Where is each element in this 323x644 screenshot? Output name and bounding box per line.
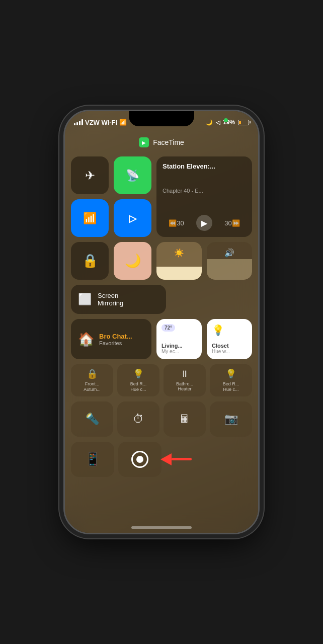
calculator-button[interactable]: 🖩	[164, 401, 206, 437]
battery-indicator	[238, 120, 249, 125]
status-left: VZW Wi-Fi 📶	[74, 119, 127, 126]
remote-button[interactable]: 📱	[71, 442, 114, 477]
camera-icon: 📷	[224, 413, 238, 426]
timer-icon: ⏱	[133, 413, 144, 426]
living-room-sub: My ec...	[162, 349, 197, 354]
bluetooth-button[interactable]: ▷	[114, 199, 151, 237]
living-room-button[interactable]: 72° Living... My ec...	[156, 319, 202, 359]
moon-icon: 🌙	[206, 119, 213, 126]
play-button[interactable]: ▶	[196, 215, 212, 231]
home-section: 🏠 Bro Chat... Favorites 72° Living... My…	[71, 319, 252, 359]
moon-icon: 🌙	[125, 253, 141, 269]
bed-room-hue1-name: Bed R...	[130, 381, 147, 387]
notch	[129, 111, 194, 126]
volume-icon: 🔊	[224, 248, 234, 258]
home-title: Bro Chat...	[99, 333, 132, 340]
facetime-banner[interactable]: ▶ FaceTime	[139, 137, 184, 147]
play-icon: ▶	[201, 218, 207, 228]
bathroom-heater-info: Bathro... Heater	[176, 381, 193, 392]
bulb-icon: 💡	[212, 324, 247, 336]
brightness-slider[interactable]: ☀️	[156, 242, 202, 280]
calculator-icon: 🖩	[179, 413, 190, 426]
rewind-icon: ⏪30	[169, 219, 184, 227]
tools-row: 🔦 ⏱ 🖩 📷	[71, 401, 252, 437]
volume-slider[interactable]: 🔊	[207, 242, 252, 280]
rotation-lock-button[interactable]: 🔒	[71, 242, 109, 280]
bathroom-heater-sub: Heater	[176, 386, 193, 392]
flashlight-icon: 🔦	[86, 413, 99, 426]
empty-placeholder	[171, 285, 252, 314]
phone-frame: VZW Wi-Fi 📶 🌙 ◁ 19% ▶ FaceTime	[63, 110, 260, 534]
facetime-label: FaceTime	[153, 138, 184, 146]
bathroom-heater-button[interactable]: ⏸ Bathro... Heater	[164, 364, 206, 396]
closet-hue-info: Closet Hue w...	[212, 343, 247, 354]
screen-mirroring-row: ⬜ ScreenMirroring	[71, 285, 252, 314]
last-row: 📱	[71, 442, 252, 477]
control-center-content: ✈ 📡 📶 ▷ Station Eleven:... Chapter 40 -	[71, 156, 252, 523]
bed-room-hue2-info: Bed R... Hue c...	[223, 381, 239, 392]
facetime-icon: ▶	[139, 137, 149, 147]
home-favorites-button[interactable]: 🏠 Bro Chat... Favorites	[71, 319, 151, 359]
wifi-button[interactable]: 📶	[71, 199, 109, 237]
home-indicator[interactable]	[131, 526, 192, 529]
media-controls: ⏪30 ▶ 30⏩	[163, 215, 246, 231]
location-icon: ◁	[216, 119, 220, 126]
camera-button[interactable]: 📷	[210, 401, 252, 437]
screen-record-button[interactable]	[118, 442, 162, 477]
bed-room-hue2-sub: Hue c...	[223, 387, 239, 392]
second-row: 🔒 🌙 ☀️ 🔊	[71, 242, 252, 280]
closet-hue-sub: Hue w...	[212, 349, 247, 354]
flashlight-button[interactable]: 🔦	[71, 401, 113, 437]
lock-icon: 🔒	[87, 368, 98, 379]
airplane-mode-button[interactable]: ✈	[71, 156, 109, 194]
bed-room-hue2-name: Bed R...	[223, 381, 239, 387]
bed-room-hue1-sub: Hue c...	[130, 387, 147, 392]
carrier-label: VZW Wi-Fi	[85, 119, 117, 126]
media-subtitle: Chapter 40 - E...	[163, 188, 246, 194]
connectivity-grid: ✈ 📡 📶 ▷	[71, 156, 151, 237]
small-accessories-row: 🔒 Front... Autum... 💡 Bed R... Hue c... …	[71, 364, 252, 396]
media-player[interactable]: Station Eleven:... Chapter 40 - E... ⏪30…	[156, 156, 252, 237]
empty-space	[166, 442, 252, 477]
fastforward-button[interactable]: 30⏩	[224, 219, 239, 227]
living-room-name: Living...	[162, 343, 197, 349]
signal-bars	[74, 119, 83, 125]
living-room-info: Living... My ec...	[162, 343, 197, 354]
remote-icon: 📱	[85, 451, 101, 467]
screen-mirroring-button[interactable]: ⬜ ScreenMirroring	[71, 285, 166, 314]
wifi-indicator: 📶	[119, 119, 127, 126]
home-text: Bro Chat... Favorites	[99, 333, 132, 346]
screen-mirroring-icon: ⬜	[78, 293, 92, 306]
bluetooth-icon: ▷	[129, 212, 136, 224]
closet-hue-button[interactable]: 💡 Closet Hue w...	[207, 319, 252, 359]
home-icon: 🏠	[78, 332, 94, 347]
sliders-group: ☀️ 🔊	[156, 242, 252, 280]
bed-room-hue1-button[interactable]: 💡 Bed R... Hue c...	[117, 364, 159, 396]
front-door-name: Front...	[84, 381, 101, 387]
top-section: ✈ 📡 📶 ▷ Station Eleven:... Chapter 40 -	[71, 156, 252, 237]
cellular-button[interactable]: 📡	[114, 156, 151, 194]
thermostat-temp: 72°	[162, 324, 175, 332]
front-door-button[interactable]: 🔒 Front... Autum...	[71, 364, 113, 396]
bed-bulb-icon2: 💡	[225, 368, 236, 379]
bed-room-hue1-info: Bed R... Hue c...	[130, 381, 147, 392]
bed-bulb-icon1: 💡	[133, 368, 144, 379]
wifi-icon: 📶	[83, 212, 97, 225]
rewind-button[interactable]: ⏪30	[169, 219, 184, 227]
screen-mirroring-label: ScreenMirroring	[98, 292, 123, 307]
closet-hue-name: Closet	[212, 343, 247, 349]
cellular-icon: 📡	[126, 169, 139, 182]
bathroom-heater-name: Bathro...	[176, 381, 193, 387]
brightness-icon: ☀️	[174, 248, 184, 258]
do-not-disturb-button[interactable]: 🌙	[114, 242, 151, 280]
green-dot-indicator	[224, 118, 228, 122]
bed-room-hue2-button[interactable]: 💡 Bed R... Hue c...	[210, 364, 252, 396]
rotation-lock-icon: 🔒	[82, 253, 98, 269]
fastforward-icon: 30⏩	[224, 219, 239, 227]
timer-button[interactable]: ⏱	[117, 401, 159, 437]
home-subtitle: Favorites	[99, 340, 132, 346]
media-title: Station Eleven:...	[163, 163, 246, 170]
heater-icon: ⏸	[180, 369, 189, 379]
airplane-icon: ✈	[85, 169, 95, 183]
record-icon	[131, 451, 148, 468]
